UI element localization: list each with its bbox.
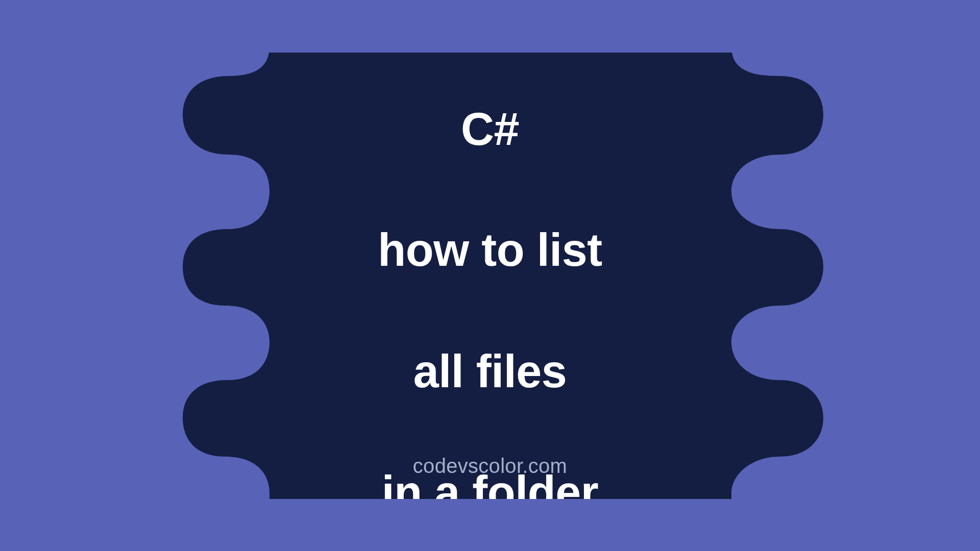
site-label: codevscolor.com: [93, 455, 887, 478]
text-content: C# how to list all files in a folder: [93, 53, 887, 499]
title-line: all files: [413, 346, 567, 397]
title-line: how to list: [378, 224, 602, 276]
title-line: C#: [461, 104, 519, 155]
hero-card: C# how to list all files in a folder cod…: [93, 53, 887, 499]
hero-title: C# how to list all files in a folder: [378, 53, 602, 499]
